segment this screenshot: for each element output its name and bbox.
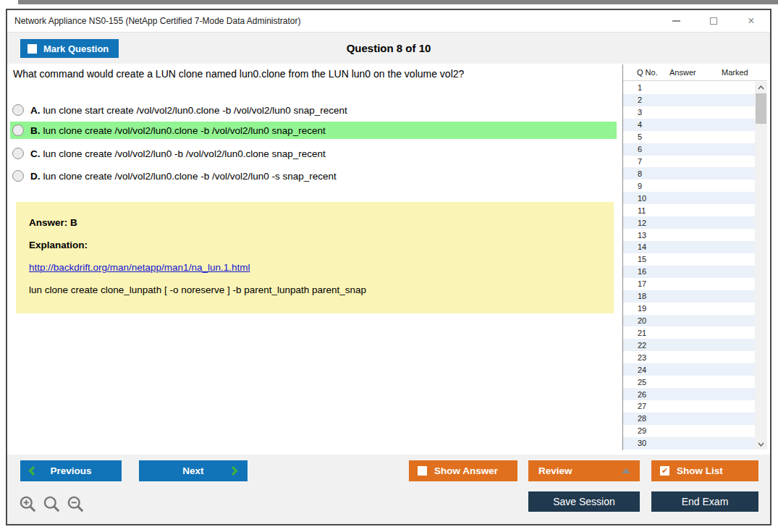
option-d-text: lun clone create /vol/vol2/lun0.clone -b… — [43, 171, 337, 182]
end-exam-button[interactable]: End Exam — [651, 491, 758, 512]
question-list-row[interactable]: 20 — [623, 315, 755, 327]
question-number: 12 — [638, 219, 646, 227]
option-a-text: lun clone start create /vol/vol2/lun0.cl… — [43, 105, 347, 116]
show-answer-button[interactable]: Show Answer — [409, 460, 517, 481]
answer-text: Answer: B — [29, 217, 614, 228]
content-area: What command would create a LUN clone na… — [7, 64, 770, 455]
zoom-in-icon[interactable] — [19, 495, 38, 514]
close-button[interactable]: × — [745, 15, 757, 27]
question-number: 3 — [638, 108, 642, 117]
question-list-row[interactable]: 28 — [623, 413, 755, 425]
question-number: 25 — [638, 378, 646, 387]
background-window-edge — [18, 0, 778, 4]
scrollbar-thumb[interactable] — [756, 93, 766, 124]
question-number: 5 — [638, 132, 642, 141]
question-list-row[interactable]: 10 — [623, 192, 755, 204]
zoom-out-icon[interactable] — [67, 495, 85, 514]
maximize-button[interactable] — [708, 15, 719, 27]
question-list-row[interactable]: 7 — [623, 156, 755, 168]
question-list-row[interactable]: 13 — [623, 229, 755, 241]
maximize-icon — [710, 17, 717, 25]
question-list-row[interactable]: 21 — [623, 326, 755, 339]
option-d[interactable]: D.lun clone create /vol/vol2/lun0.clone … — [10, 167, 617, 185]
question-list-scrollbar[interactable] — [755, 82, 767, 449]
question-list-row[interactable]: 19 — [623, 303, 755, 315]
question-list-row[interactable]: 18 — [623, 290, 755, 303]
question-list-row[interactable]: 23 — [623, 351, 755, 363]
zoom-reset-icon[interactable] — [43, 495, 62, 514]
question-number: 30 — [638, 439, 646, 447]
scroll-down-icon[interactable] — [755, 439, 767, 449]
question-list-row[interactable]: 6 — [623, 143, 755, 156]
show-list-label: Show List — [677, 465, 723, 476]
save-session-label: Save Session — [553, 496, 615, 507]
previous-button[interactable]: Previous — [20, 460, 122, 481]
option-a[interactable]: A.lun clone start create /vol/vol2/lun0.… — [10, 101, 617, 119]
scroll-up-icon[interactable] — [755, 82, 767, 93]
option-c[interactable]: C.lun clone create /vol/vol2/lun0 -b /vo… — [10, 145, 617, 162]
review-button[interactable]: Review — [528, 460, 640, 481]
question-list-row[interactable]: 11 — [623, 204, 755, 216]
question-number: 15 — [638, 255, 646, 263]
minimize-icon — [672, 20, 680, 22]
question-number: 16 — [638, 267, 646, 276]
window-controls: × — [670, 15, 757, 27]
question-list-row[interactable]: 2 — [623, 94, 755, 106]
question-list-row[interactable]: 5 — [623, 131, 755, 143]
question-list-rows: 1234567891011121314151617181920212223242… — [623, 82, 755, 449]
question-list-row[interactable]: 29 — [623, 425, 755, 437]
question-list-row[interactable]: 27 — [623, 400, 755, 413]
question-list-row[interactable]: 30 — [623, 437, 755, 449]
question-list-row[interactable]: 12 — [623, 216, 755, 229]
question-number: 1 — [638, 83, 642, 92]
question-list-row[interactable]: 8 — [623, 167, 755, 180]
option-b-radio[interactable] — [12, 124, 24, 136]
chevron-right-icon — [231, 465, 238, 478]
option-b-text: lun clone create /vol/vol2/lun0.clone -b… — [43, 125, 326, 136]
show-answer-checkbox[interactable] — [418, 466, 427, 476]
option-a-radio[interactable] — [12, 104, 24, 116]
question-list-row[interactable]: 15 — [623, 253, 755, 266]
question-number: 24 — [638, 366, 646, 374]
next-button[interactable]: Next — [139, 460, 248, 481]
question-number: 20 — [638, 316, 646, 325]
save-session-button[interactable]: Save Session — [528, 491, 640, 512]
question-list-row[interactable]: 17 — [623, 278, 755, 290]
show-list-checkbox[interactable]: ✔ — [660, 466, 669, 476]
question-number: 11 — [638, 206, 646, 215]
option-d-label: D.lun clone create /vol/vol2/lun0.clone … — [30, 171, 337, 182]
question-list-row[interactable]: 25 — [623, 376, 755, 388]
question-list-row[interactable]: 1 — [623, 82, 755, 94]
title-bar: Network Appliance NS0-155 (NetApp Certif… — [7, 10, 770, 32]
app-window: Network Appliance NS0-155 (NetApp Certif… — [6, 9, 771, 525]
question-list-row[interactable]: 26 — [623, 388, 755, 400]
show-list-button[interactable]: ✔ Show List — [651, 460, 758, 481]
question-list-row[interactable]: 14 — [623, 241, 755, 253]
question-list-row[interactable]: 4 — [623, 119, 755, 131]
option-c-label: C.lun clone create /vol/vol2/lun0 -b /vo… — [30, 148, 326, 159]
question-number: 23 — [638, 353, 646, 362]
question-number: 17 — [638, 279, 646, 288]
option-d-letter: D. — [30, 171, 41, 182]
question-number: 4 — [638, 120, 642, 129]
option-d-radio[interactable] — [12, 170, 24, 182]
option-b-label: B.lun clone create /vol/vol2/lun0.clone … — [30, 125, 326, 136]
question-number: 21 — [638, 329, 646, 337]
option-c-radio[interactable] — [12, 148, 24, 159]
question-list-row[interactable]: 16 — [623, 266, 755, 278]
footer-bar: Previous Next Show Answer Review ✔ Show … — [7, 455, 770, 524]
minimize-button[interactable] — [670, 15, 682, 27]
question-list-row[interactable]: 22 — [623, 339, 755, 351]
end-exam-label: End Exam — [682, 496, 729, 507]
question-list-row[interactable]: 3 — [623, 106, 755, 119]
question-list-row[interactable]: 9 — [623, 180, 755, 192]
explanation-link[interactable]: http://backdrift.org/man/netapp/man1/na_… — [29, 262, 250, 273]
option-b-letter: B. — [30, 125, 41, 136]
explanation-command: lun clone create clone_lunpath [ -o nore… — [29, 284, 614, 295]
question-number: 18 — [638, 292, 646, 300]
option-b[interactable]: B.lun clone create /vol/vol2/lun0.clone … — [10, 122, 617, 139]
show-answer-label: Show Answer — [434, 465, 498, 476]
question-list-row[interactable]: 24 — [623, 363, 755, 376]
explanation-label: Explanation: — [29, 240, 614, 250]
question-number: 27 — [638, 402, 646, 410]
